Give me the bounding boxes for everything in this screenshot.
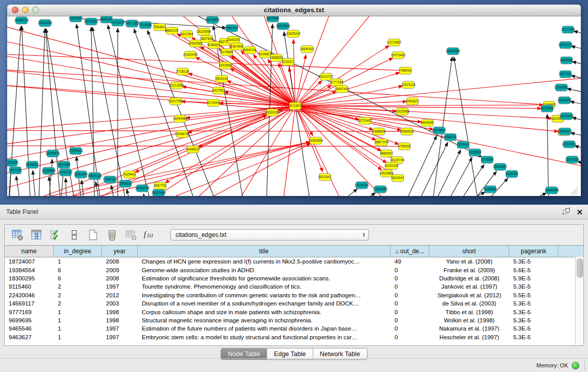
column-header-out_degree[interactable]: △out_de... (390, 246, 429, 257)
network-node[interactable]: 8660128 (166, 27, 179, 34)
network-node[interactable]: 2367608 (231, 43, 244, 50)
network-node[interactable]: 10653287 (69, 16, 83, 22)
network-node[interactable]: 10958187 (118, 180, 133, 187)
table-vertical-scrollbar[interactable] (575, 257, 583, 345)
network-node[interactable]: 7679919 (457, 141, 470, 148)
network-node[interactable]: 12942757 (58, 169, 73, 176)
scrollbar-thumb[interactable] (577, 258, 583, 278)
function-fx-icon[interactable]: f(x) (143, 228, 157, 242)
table-row[interactable]: 946554611997Estimation of the future num… (5, 324, 583, 333)
network-node[interactable]: 19654923 (400, 128, 415, 135)
network-node[interactable]: 9319654 (469, 149, 482, 156)
network-node[interactable]: 9899695 (421, 119, 434, 126)
network-node[interactable]: 9242848 (219, 62, 232, 69)
close-panel-icon[interactable]: ✕ (576, 208, 583, 216)
network-node[interactable]: 9777169 (331, 79, 343, 86)
network-node[interactable]: 17359924 (69, 147, 83, 155)
network-node[interactable]: 12444135 (557, 97, 572, 104)
network-node[interactable]: 9245652 (484, 186, 497, 193)
network-node[interactable]: 10688609 (372, 128, 386, 135)
network-node[interactable]: 15720407 (358, 117, 373, 124)
network-node[interactable]: 19384554 (309, 137, 323, 144)
network-node[interactable]: 15992971 (558, 128, 573, 135)
network-node[interactable]: 8912954 (181, 31, 193, 38)
network-node[interactable]: 12213389 (169, 82, 184, 89)
column-header-title[interactable]: title (138, 246, 390, 257)
network-node[interactable]: 8215958 (541, 105, 554, 112)
table-row[interactable]: 969969511998Structural magnetic resonanc… (5, 316, 583, 324)
network-node[interactable]: 15751074 (558, 41, 573, 49)
float-panel-icon[interactable] (562, 207, 570, 217)
network-node[interactable]: 11156869 (41, 167, 56, 174)
network-node[interactable]: 16151322 (384, 162, 399, 169)
network-node[interactable]: 13325419 (286, 30, 301, 37)
network-node[interactable]: 18724007 (288, 102, 303, 110)
table-settings-icon[interactable] (11, 228, 24, 242)
network-node[interactable]: 15279021 (84, 18, 99, 25)
network-node[interactable]: 19218596 (276, 23, 291, 30)
network-node[interactable]: 8103064 (481, 156, 494, 163)
trash-icon[interactable] (105, 228, 119, 242)
network-node[interactable]: 16099489 (173, 115, 188, 122)
network-node[interactable]: 10469322 (493, 163, 508, 170)
column-header-pagerank[interactable]: pagerank (509, 246, 558, 257)
column-header-year[interactable]: year (102, 246, 138, 257)
network-node[interactable]: 2718126 (177, 68, 189, 75)
network-node[interactable]: 9884067 (380, 150, 393, 157)
network-node[interactable]: 16648784 (446, 48, 461, 55)
network-node[interactable]: 18226058 (197, 28, 211, 35)
network-node[interactable]: 8220317 (282, 58, 295, 65)
new-document-icon[interactable] (86, 228, 100, 242)
tab-node-table[interactable]: Node Table (221, 348, 267, 359)
network-node[interactable]: 12975115 (401, 81, 416, 89)
network-node[interactable]: 7625402 (123, 171, 136, 178)
network-node[interactable]: 14136141 (355, 182, 369, 189)
table-row[interactable]: 2242004622012Investigating the contribut… (5, 291, 583, 299)
table-row[interactable]: 1830029562008Estimation of significance … (5, 274, 583, 282)
network-node[interactable]: 10719195 (111, 19, 125, 26)
network-node[interactable]: 9756928 (398, 143, 411, 150)
network-node[interactable]: 11451947 (74, 171, 88, 178)
network-node[interactable]: 8813054 (267, 16, 279, 22)
network-node[interactable]: 16640910 (300, 46, 315, 53)
network-node[interactable]: 10490558 (545, 187, 559, 194)
network-node[interactable]: 11675333 (565, 156, 579, 163)
table-row[interactable]: 1872400712008Changes of HCN gene express… (5, 257, 583, 266)
network-node[interactable]: 9397588 (58, 161, 71, 168)
network-node[interactable]: 11903335 (7, 159, 18, 166)
table-column-select-icon[interactable] (30, 228, 43, 242)
network-node[interactable]: 3919911 (9, 167, 22, 174)
network-node[interactable]: 18807243 (374, 139, 389, 146)
network-node[interactable]: 13505135 (88, 172, 102, 180)
network-node[interactable]: 1845051 (26, 161, 39, 168)
column-header-short[interactable]: short (429, 246, 509, 257)
network-node[interactable]: 9457791 (154, 182, 167, 189)
table-row[interactable]: 1938455462009Genome-wide association stu… (5, 266, 583, 274)
row-checks-icon[interactable] (49, 228, 62, 242)
network-node[interactable]: 8454749 (244, 47, 256, 54)
network-node[interactable]: 17957223 (103, 176, 118, 183)
network-node[interactable]: 14671355 (125, 20, 140, 27)
network-node[interactable]: 1546328 (227, 36, 240, 43)
network-node[interactable]: 9958471 (444, 134, 457, 141)
network-node[interactable]: 8427552 (212, 87, 225, 94)
network-node[interactable]: 17334268 (373, 186, 388, 193)
network-node[interactable]: 16033809 (205, 16, 220, 24)
network-node[interactable]: 16409547 (432, 127, 447, 134)
tab-edge-table[interactable]: Edge Table (267, 348, 312, 359)
network-node[interactable]: 17016504 (562, 141, 577, 148)
network-node[interactable]: 9345054 (506, 170, 518, 178)
network-node[interactable]: 10025488 (395, 108, 410, 115)
network-node[interactable]: 16497443 (335, 85, 350, 93)
rows-pair-icon[interactable] (68, 228, 81, 242)
tab-network-table[interactable]: Network Table (313, 348, 367, 359)
network-node[interactable]: 7663822 (154, 24, 166, 31)
network-node[interactable]: 16210643 (559, 113, 574, 120)
network-node[interactable]: 12093582 (554, 84, 569, 91)
delete-table-disabled-icon[interactable] (124, 228, 138, 242)
network-node[interactable]: 7857224 (226, 25, 238, 32)
column-header-name[interactable]: name (5, 246, 54, 257)
network-node[interactable]: 7485063 (399, 67, 412, 74)
network-canvas[interactable]: 18724007 18300295 19384554 8912954 10543… (7, 16, 581, 196)
table-row[interactable]: 1456911722003Disruption of a novel membe… (5, 299, 583, 308)
